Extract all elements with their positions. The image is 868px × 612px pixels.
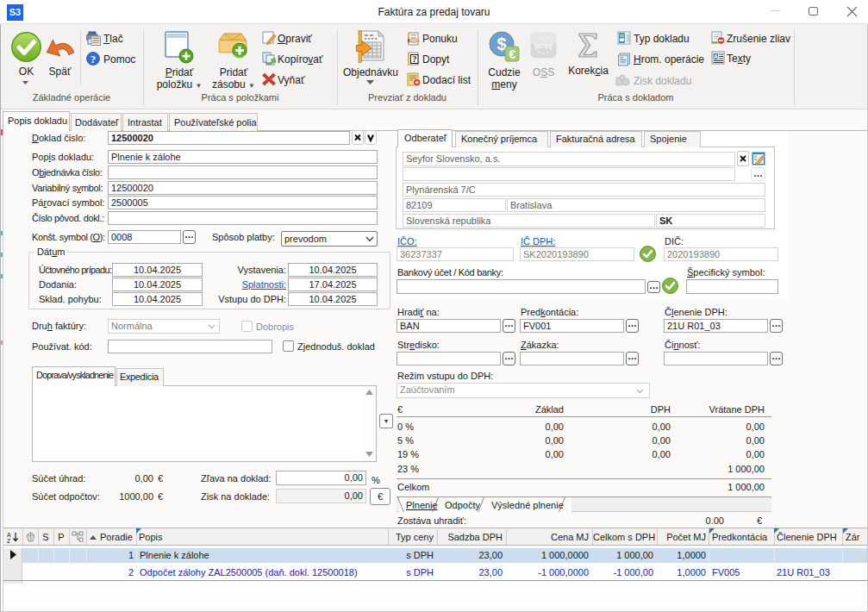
svg-text:A: A — [7, 532, 11, 538]
svg-text:?: ? — [91, 53, 97, 66]
svg-text:?: ? — [412, 54, 416, 64]
svg-text:€: € — [509, 47, 516, 61]
svg-text:MOSS: MOSS — [535, 43, 553, 49]
svg-text:A: A — [714, 53, 718, 59]
svg-text:Z: Z — [7, 538, 11, 544]
